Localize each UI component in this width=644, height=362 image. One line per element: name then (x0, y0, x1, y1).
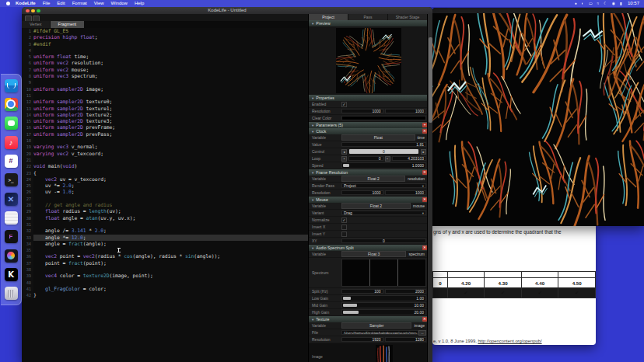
clock-type-button[interactable]: Float (341, 134, 415, 141)
status-icon-6[interactable]: ◉ (612, 0, 615, 7)
code-line: 37 point = fract(point); (22, 260, 308, 266)
loop-toggle-button-2[interactable]: • (385, 156, 390, 162)
frameres-width-field[interactable]: 1000 (341, 190, 383, 195)
code-line: 21 (22, 157, 308, 163)
loop-start-field[interactable]: 0 (348, 156, 383, 161)
render-pass-dropdown[interactable]: Project (341, 183, 426, 188)
code-line: 3#endif (22, 41, 308, 47)
menu-edit[interactable]: Edit (57, 0, 65, 7)
code-line: 5uniform float time; (22, 54, 308, 60)
loop-toggle-button[interactable]: • (341, 156, 347, 162)
clock-step-back-button[interactable]: ◂ (341, 149, 347, 155)
zoom-button[interactable] (37, 9, 40, 13)
section-audio-spectrum[interactable]: ▾Audio Spectrum Split✕ (309, 245, 428, 251)
status-icon-4[interactable]: ≈ (597, 0, 600, 7)
dock-icon-finder[interactable] (5, 79, 18, 92)
low-gain-slider[interactable]: 1.00 (341, 295, 426, 301)
file-path-field[interactable]: /Users/thomasj/Desktop/kaleidoscope/asse… (341, 330, 418, 335)
texture-width-field[interactable]: 1920 (341, 337, 383, 342)
code-line: 7uniform vec2 mouse; (22, 67, 308, 73)
clock-reset-button[interactable]: 0 (349, 149, 418, 154)
close-button[interactable] (26, 9, 30, 13)
high-gain-slider[interactable]: 20.00 (341, 309, 426, 315)
texture-type-button[interactable]: Sampler (341, 322, 411, 329)
frameres-height-field[interactable]: 1000 (385, 190, 427, 195)
dock-icon-trash[interactable] (5, 287, 18, 300)
speed-slider[interactable]: 1.0000 (341, 162, 426, 169)
status-icon-1[interactable]: ● (575, 0, 577, 7)
split-high-field[interactable]: 2000 (385, 289, 427, 294)
section-properties[interactable]: ▾Properties (309, 95, 428, 101)
mouse-type-button[interactable]: Float 2 (341, 203, 411, 209)
enabled-checkbox[interactable]: ✓ (341, 102, 347, 107)
tab-pass[interactable]: Pass (348, 14, 387, 20)
section-clock[interactable]: ▾Clock✕ (309, 128, 428, 134)
code-line: 13uniform sampler2D texture1; (22, 106, 308, 112)
panel-scrollbar[interactable] (427, 14, 432, 362)
license-link[interactable]: http://opencontent.org/openpub/ (478, 339, 541, 343)
loop-end-field[interactable]: 4.203103 (392, 156, 427, 161)
code-line: 24 vec2 uv = v_texcoord; (22, 176, 308, 183)
normalize-checkbox[interactable]: ✓ (341, 218, 347, 223)
frameres-type-button[interactable]: Float 2 (341, 176, 405, 182)
code-editor[interactable]: 1#ifdef GL_ES2precision highp float;3#en… (22, 28, 308, 362)
pdf-table: 0 4.20 4.30 4.40 4.50 ✔ ✔ ✔ ✔ (432, 271, 596, 298)
invert-x-checkbox[interactable] (341, 225, 347, 230)
texture-height-field[interactable]: 1280 (385, 337, 427, 342)
menu-file[interactable]: File (43, 0, 51, 7)
render-pattern (432, 13, 644, 226)
tab-shader-stage[interactable]: Shader Stage (388, 14, 427, 20)
menu-window[interactable]: Window (111, 0, 128, 7)
code-line: 36 vec2 point = vec2(radius * cos(angle)… (22, 253, 308, 259)
pdf-document-window[interactable]: gns of y and x are used to determine the… (432, 226, 596, 345)
dock-icon-slack[interactable]: # (5, 155, 18, 168)
browse-file-button[interactable]: ... (418, 330, 426, 336)
dock-icon-chrome[interactable] (5, 98, 18, 111)
code-line: 20varying vec2 v_texcoord; (22, 151, 308, 157)
mid-gain-slider[interactable]: 10.00 (341, 302, 426, 308)
render-output-window[interactable] (432, 8, 644, 226)
window-titlebar[interactable]: KodeLife - Untitled (22, 7, 432, 14)
status-icon-7[interactable]: ▮ (620, 0, 622, 7)
mouse-xy-field[interactable]: 0 (341, 238, 426, 243)
status-icon-3[interactable]: ▭ (589, 0, 593, 7)
clock-step-forward-button[interactable]: ▸ (421, 149, 426, 155)
section-frame-resolution[interactable]: ▾Frame Resolution✕ (309, 169, 428, 176)
clock-variable-name: time (418, 135, 426, 140)
resolution-height-field[interactable]: 1000 (385, 109, 427, 113)
section-mouse[interactable]: ▾Mouse✕ (309, 197, 428, 203)
menu-clock[interactable]: 10:57 (628, 0, 639, 7)
status-icon-5[interactable]: ☾ (604, 0, 607, 7)
scrollbar-thumb[interactable] (429, 37, 432, 123)
section-parameters[interactable]: ▾Parameters (5)+ (309, 122, 428, 128)
spectrum-visualizer (341, 259, 426, 287)
tab-project[interactable]: Project (309, 14, 348, 20)
dock-icon-figma[interactable]: F (5, 230, 18, 243)
dock-icon-messages[interactable] (5, 117, 18, 130)
tab-fragment[interactable]: Fragment (51, 21, 85, 28)
minimize-button[interactable] (31, 9, 35, 13)
tab-vertex[interactable]: Vertex (22, 21, 50, 28)
section-texture[interactable]: ▾Texture✕ (309, 316, 428, 322)
menu-app-name[interactable]: KodeLife (16, 0, 36, 7)
mouse-variant-dropdown[interactable]: Drag (341, 211, 426, 215)
status-icon-2[interactable]: ◐ (582, 0, 584, 7)
resolution-width-field[interactable]: 1000 (341, 109, 383, 113)
invert-y-checkbox[interactable] (341, 231, 347, 237)
clock-value-field[interactable]: 1.81 (341, 142, 426, 147)
dock-icon-app-swirl[interactable] (5, 249, 18, 263)
section-preview[interactable]: ▾Preview (309, 20, 428, 26)
menu-view[interactable]: View (94, 0, 104, 7)
dock-icon-app-x[interactable]: ✕ (5, 193, 18, 206)
dock-icon-terminal[interactable]: >_ (5, 173, 18, 186)
split-low-field[interactable]: 100 (341, 289, 383, 294)
apple-menu-icon[interactable] (6, 2, 10, 5)
menu-format[interactable]: Format (72, 0, 87, 7)
dock-icon-kodelife[interactable]: K (5, 268, 18, 281)
dock-icon-notes[interactable] (5, 211, 18, 225)
audio-type-button[interactable]: Float 3 (341, 251, 406, 257)
render-window-titlebar[interactable] (432, 8, 644, 13)
clear-color-swatch[interactable] (341, 116, 426, 120)
menu-help[interactable]: Help (135, 0, 144, 7)
dock-icon-music[interactable]: ♪ (5, 136, 18, 149)
